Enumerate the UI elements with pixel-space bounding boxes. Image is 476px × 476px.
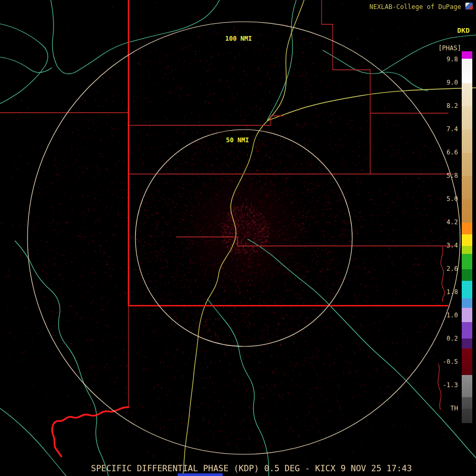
colorbar-tick: 1.8 (446, 288, 458, 297)
status-text: SPECIFIC DIFFERENTIAL PHASE (KDP) 0.5 DE… (91, 463, 412, 473)
colorbar-tick: 3.4 (446, 242, 458, 250)
colorbar-tick: 2.6 (446, 265, 458, 273)
range-rings (28, 22, 460, 454)
nexlab-brand: NEXLAB-College of DuPage (370, 3, 461, 11)
colorbar-tick: 7.4 (446, 125, 458, 134)
units-label: [PHAS] (438, 44, 461, 52)
colorbar-tick: -0.5 (443, 358, 458, 367)
colorbar (462, 51, 472, 423)
colorbar-tick: 0.2 (446, 335, 458, 343)
colorbar-tick: 6.6 (446, 149, 458, 157)
range-ring-label-100nmi: 100 NMI (224, 35, 254, 42)
range-ring-label-50nmi: 50 NMI (224, 136, 250, 144)
product-code-label: DKD (457, 26, 470, 34)
bottom-blue-bar (178, 473, 223, 476)
colorbar-tick: TH (451, 405, 458, 413)
nexlab-logo-icon (465, 3, 473, 10)
river-state-border (52, 407, 129, 456)
radar-screen: 100 NMI 50 NMI NEXLAB-College of DuPage … (0, 0, 476, 476)
colorbar-tick: 8.2 (446, 102, 458, 111)
radar-map (0, 0, 476, 476)
colorbar-tick: -1.3 (443, 381, 458, 390)
highways-yellow (183, 0, 476, 476)
colorbar-tick: 4.2 (446, 218, 458, 227)
range-ring-50nmi (135, 130, 352, 346)
colorbar-tick: 5.8 (446, 172, 458, 180)
range-ring-100nmi (28, 22, 460, 454)
highways-teal (0, 0, 476, 476)
colorbar-tick: 9.0 (446, 79, 458, 87)
colorbar-tick: 5.0 (446, 195, 458, 204)
colorbar-tick: 1.0 (446, 312, 458, 320)
county-borders (0, 0, 454, 410)
colorbar-tick: 9.8 (446, 56, 458, 64)
colorbar-ticks: 9.89.08.27.46.65.85.04.23.42.61.81.00.2-… (434, 51, 458, 423)
